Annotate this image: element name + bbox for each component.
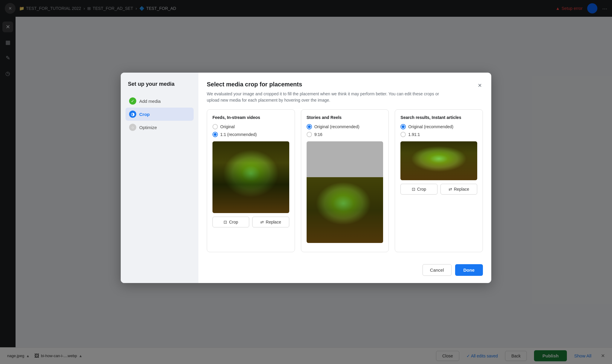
placement-card-feeds: Feeds, In-stream videos Original 1:1 (re… xyxy=(207,109,295,252)
feeds-image xyxy=(212,141,289,213)
nav-item-optimize[interactable]: ○ Optimize xyxy=(126,121,194,134)
search-card-title: Search results, Instant articles xyxy=(400,115,477,120)
search-radio-1-91-1-circle[interactable] xyxy=(400,132,406,137)
placement-card-search: Search results, Instant articles Origina… xyxy=(395,109,483,252)
feeds-replace-button[interactable]: ⇄ Replace xyxy=(252,217,289,227)
search-radio-original-circle[interactable] xyxy=(400,124,406,129)
placement-card-stories: Stories and Reels Original (recommended)… xyxy=(301,109,389,252)
modal-left-panel: Set up your media ✓ Add media ◑ Crop ○ O… xyxy=(121,73,198,283)
cancel-button[interactable]: Cancel xyxy=(423,264,452,276)
feeds-radio-group: Original 1:1 (recommended) xyxy=(212,124,289,137)
feeds-radio-1-1-circle[interactable] xyxy=(212,132,218,137)
search-radio-1-91-1[interactable]: 1.91:1 xyxy=(400,132,477,137)
search-food-image xyxy=(400,141,477,180)
modal-header: Select media crop for placements We eval… xyxy=(207,81,483,103)
replace-icon-search: ⇄ xyxy=(449,187,452,192)
feeds-food-image xyxy=(212,141,289,213)
feeds-radio-original-circle[interactable] xyxy=(212,124,218,129)
stories-radio-original[interactable]: Original (recommended) xyxy=(307,124,383,129)
media-crop-modal: Set up your media ✓ Add media ◑ Crop ○ O… xyxy=(121,73,491,283)
stories-food-image-bottom xyxy=(307,177,383,243)
feeds-card-actions: ⊡ Crop ⇄ Replace xyxy=(212,217,289,227)
feeds-card-title: Feeds, In-stream videos xyxy=(212,115,289,120)
search-replace-button[interactable]: ⇄ Replace xyxy=(440,184,477,195)
nav-item-add-media[interactable]: ✓ Add media xyxy=(126,94,194,108)
search-radio-group: Original (recommended) 1.91:1 xyxy=(400,124,477,137)
stories-image xyxy=(307,141,383,243)
feeds-radio-1-1[interactable]: 1:1 (recommended) xyxy=(212,132,289,137)
crop-icon: ⊡ xyxy=(224,220,227,224)
stories-radio-group: Original (recommended) 9:16 xyxy=(307,124,383,137)
feeds-crop-button[interactable]: ⊡ Crop xyxy=(212,217,249,227)
modal-left-title: Set up your media xyxy=(126,81,194,87)
search-image xyxy=(400,141,477,180)
optimize-icon: ○ xyxy=(129,124,136,131)
replace-icon: ⇄ xyxy=(260,220,264,224)
search-crop-button[interactable]: ⊡ Crop xyxy=(400,184,437,195)
stories-radio-original-circle[interactable] xyxy=(307,124,312,129)
modal-close-button[interactable]: × xyxy=(477,81,483,90)
done-button[interactable]: Done xyxy=(455,264,483,276)
add-media-icon: ✓ xyxy=(129,97,136,105)
modal-footer: Cancel Done xyxy=(207,259,483,276)
search-card-actions: ⊡ Crop ⇄ Replace xyxy=(400,184,477,195)
modal-title: Select media crop for placements xyxy=(207,81,446,88)
placements-grid: Feeds, In-stream videos Original 1:1 (re… xyxy=(207,109,483,252)
crop-icon-search: ⊡ xyxy=(412,187,415,192)
stories-radio-9-16[interactable]: 9:16 xyxy=(307,132,383,137)
search-radio-original[interactable]: Original (recommended) xyxy=(400,124,477,129)
modal-right-panel: Select media crop for placements We eval… xyxy=(198,73,491,283)
feeds-radio-original[interactable]: Original xyxy=(212,124,289,129)
nav-item-crop[interactable]: ◑ Crop xyxy=(126,108,194,121)
stories-food-image-top xyxy=(307,141,383,177)
crop-nav-icon: ◑ xyxy=(129,111,136,118)
modal-description: We evaluated your image and cropped it t… xyxy=(207,91,446,103)
stories-radio-9-16-circle[interactable] xyxy=(307,132,312,137)
stories-card-title: Stories and Reels xyxy=(307,115,383,120)
